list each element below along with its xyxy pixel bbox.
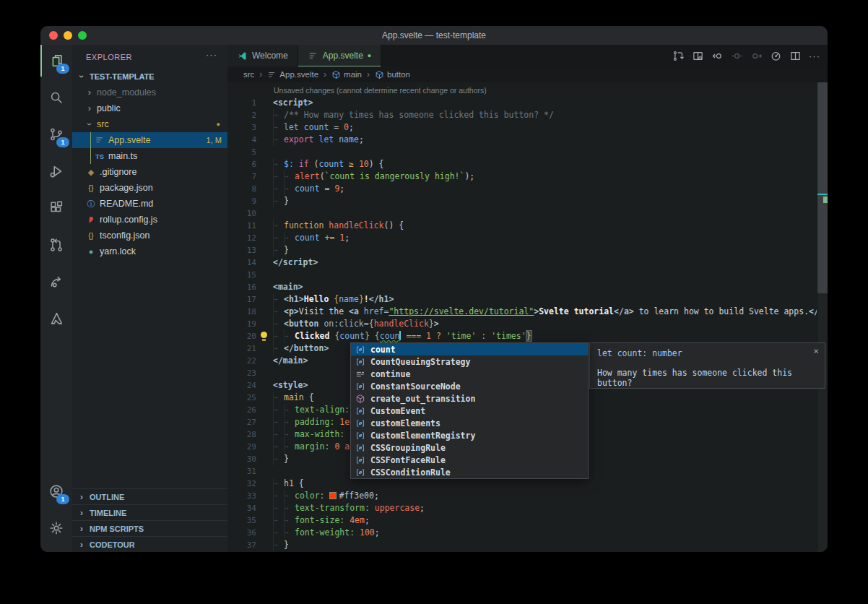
activity-live-share[interactable] — [40, 266, 72, 298]
activity-accounts[interactable]: 1 — [40, 475, 72, 507]
suggestion-customelements[interactable]: customElements — [351, 417, 588, 429]
tree-item-tsconfig-json[interactable]: {}tsconfig.json — [72, 228, 227, 243]
activity-settings[interactable] — [40, 512, 72, 544]
code-line-16[interactable]: 16<main> — [227, 281, 828, 293]
sidebar-more-actions[interactable]: ··· — [206, 49, 217, 60]
section-codetour[interactable]: ›CODETOUR — [72, 536, 227, 552]
code-line-18[interactable]: 18→<p>Visit the <a href="https://svelte.… — [227, 306, 828, 318]
codetour-record-icon[interactable] — [770, 50, 782, 62]
tree-item-app-svelte[interactable]: App.svelte1, M — [72, 132, 227, 148]
suggestion-create-out-transition[interactable]: create_out_transition — [351, 392, 588, 405]
code-line-17[interactable]: 17→<h1>Hello {name}!</h1> — [227, 293, 828, 306]
code-line-10[interactable]: 10 — [227, 207, 828, 220]
suggestion-customevent[interactable]: CustomEvent — [351, 405, 588, 417]
rollup-icon — [85, 214, 97, 225]
zoom-button[interactable] — [78, 31, 87, 40]
line-number: 3 — [227, 121, 256, 134]
code-line-34[interactable]: 34→→text-transform: uppercase; — [227, 502, 828, 514]
code-line-5[interactable]: 5 — [227, 146, 828, 158]
tree-item-readme-md[interactable]: ⓘREADME.md — [72, 196, 227, 212]
code-line-1[interactable]: 1<script> — [227, 97, 828, 109]
code-line-32[interactable]: 32→h1 { — [227, 478, 828, 490]
tree-item-main-ts[interactable]: TSmain.ts — [72, 148, 227, 164]
compare-changes-icon[interactable] — [672, 50, 685, 62]
split-editor-icon[interactable] — [789, 50, 802, 62]
tree-item-package-json[interactable]: {}package.json — [72, 180, 227, 196]
code-line-15[interactable]: 15 — [227, 269, 828, 281]
code-line-14[interactable]: 14</script> — [227, 256, 828, 269]
code-line-4[interactable]: 4→export let name; — [227, 134, 828, 146]
section-timeline[interactable]: ›TIMELINE — [72, 504, 227, 520]
tree-item-rollup-config-js[interactable]: rollup.config.js — [72, 212, 227, 228]
more-actions-icon[interactable]: ··· — [809, 51, 820, 61]
code-line-12[interactable]: 12→→count += 1; — [227, 232, 828, 244]
line-number: 21 — [227, 342, 256, 355]
code-line-3[interactable]: 3→let count = 0; — [227, 121, 828, 134]
tab-app-svelte[interactable]: App.svelte● — [298, 45, 381, 66]
code-editor[interactable]: Unsaved changes (cannot determine recent… — [227, 82, 828, 552]
scrollbar-slider[interactable] — [817, 82, 828, 293]
code-line-2[interactable]: 2→/** How many times has someone clicked… — [227, 109, 828, 121]
breadcrumb-button[interactable]: button — [375, 70, 410, 79]
activity-azure[interactable] — [40, 303, 72, 335]
code-line-37[interactable]: 37→} — [227, 539, 828, 551]
breadcrumb-src[interactable]: src — [243, 70, 254, 79]
badge: 1 — [56, 137, 69, 147]
tree-item-label: tsconfig.json — [100, 230, 149, 241]
breadcrumb-app-svelte[interactable]: App.svelte — [267, 70, 318, 79]
section-outline[interactable]: ›OUTLINE — [72, 488, 227, 504]
previous-change-icon[interactable] — [731, 50, 743, 62]
close-icon[interactable]: × — [813, 345, 819, 356]
suggestion-countqueuingstrategy[interactable]: CountQueuingStrategy — [351, 355, 588, 368]
code-line-33[interactable]: 33→→color: #ff3e00; — [227, 490, 828, 502]
code-line-36[interactable]: 36→→font-weight: 100; — [227, 527, 828, 539]
code-line-20[interactable]: 20→→Clicked {count} {coun === 1 ? 'time'… — [227, 330, 828, 342]
suggestion-constantsourcenode[interactable]: ConstantSourceNode — [351, 380, 588, 392]
close-button[interactable] — [49, 31, 58, 40]
tree-item-gitignore[interactable]: ◆.gitignore — [72, 164, 227, 180]
next-change-icon[interactable] — [750, 50, 763, 62]
line-number: 19 — [227, 318, 256, 330]
suggestion-cssgroupingrule[interactable]: CSSGroupingRule — [351, 441, 588, 454]
code-line-13[interactable]: 13→} — [227, 244, 828, 256]
tab-welcome[interactable]: Welcome — [227, 45, 298, 66]
codelens-annotation[interactable]: Unsaved changes (cannot determine recent… — [274, 85, 828, 97]
suggestion-count[interactable]: count — [351, 343, 588, 355]
code-line-11[interactable]: 11→function handleClick() { — [227, 220, 828, 232]
code-line-6[interactable]: 6→$: if (count ≥ 10) { — [227, 158, 828, 171]
tree-item-node-modules[interactable]: ›node_modules — [72, 85, 227, 100]
tree-item-yarn-lock[interactable]: ●yarn.lock — [72, 243, 227, 259]
suggestion-customelementregistry[interactable]: CustomElementRegistry — [351, 429, 588, 441]
activity-run-debug[interactable] — [40, 155, 72, 187]
json-braces-icon: {} — [85, 182, 97, 194]
code-line-19[interactable]: 19→<button on:click={handleClick}> — [227, 318, 828, 330]
suggestion-cssconditionrule[interactable]: CSSConditionRule — [351, 466, 588, 478]
scrollbar[interactable] — [817, 82, 828, 552]
line-number: 27 — [227, 416, 256, 428]
activity-source-control[interactable]: 1 — [40, 118, 72, 150]
activity-github-pull-requests[interactable] — [40, 229, 72, 261]
suggestion-cssfontfacerule[interactable]: CSSFontFaceRule — [351, 454, 588, 466]
sidebar-title: EXPLORER — [86, 53, 132, 61]
code-line-9[interactable]: 9→} — [227, 195, 828, 207]
lightbulb-icon[interactable] — [260, 332, 268, 341]
minimize-button[interactable] — [64, 31, 72, 40]
suggestion-continue[interactable]: continue — [351, 368, 588, 380]
code-line-7[interactable]: 7→→alert(`count is dangerously high!`); — [227, 171, 828, 183]
activity-explorer[interactable]: 1 — [40, 45, 72, 77]
open-preview-icon[interactable] — [692, 50, 704, 62]
section-npm-scripts[interactable]: ›NPM SCRIPTS — [72, 520, 227, 536]
modified-dot-icon[interactable]: ● — [368, 52, 371, 59]
breadcrumb-separator: › — [259, 69, 262, 79]
breadcrumb-separator: › — [367, 69, 370, 79]
activity-extensions[interactable] — [40, 192, 72, 224]
activity-search[interactable] — [40, 82, 72, 113]
navigate-back-icon[interactable] — [711, 50, 724, 62]
tree-item-public[interactable]: ›public — [72, 100, 227, 116]
code-line-8[interactable]: 8→→count = 9; — [227, 183, 828, 195]
project-root-row[interactable]: › TEST-TEMPLATE — [72, 69, 227, 85]
code-line-35[interactable]: 35→→font-size: 4em; — [227, 514, 828, 527]
tree-item-src[interactable]: ›src● — [72, 116, 227, 132]
section-label: CODETOUR — [90, 540, 135, 549]
breadcrumb-main[interactable]: main — [331, 70, 362, 79]
